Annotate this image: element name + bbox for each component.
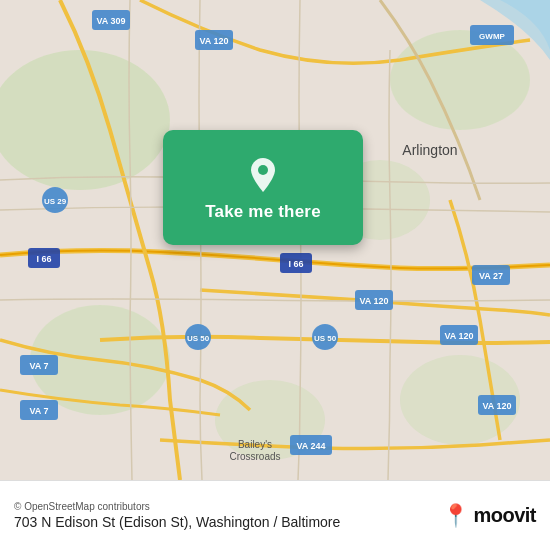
take-me-there-card[interactable]: Take me there <box>163 130 363 245</box>
address-text: 703 N Edison St (Edison St), Washington … <box>14 514 340 530</box>
svg-text:VA 120: VA 120 <box>482 401 511 411</box>
moovit-pin-icon: 📍 <box>442 503 469 529</box>
svg-text:I 66: I 66 <box>288 259 303 269</box>
svg-text:VA 7: VA 7 <box>29 361 48 371</box>
svg-text:VA 120: VA 120 <box>444 331 473 341</box>
svg-text:GWMP: GWMP <box>479 32 505 41</box>
svg-text:VA 244: VA 244 <box>296 441 325 451</box>
svg-point-40 <box>258 165 268 175</box>
svg-text:VA 27: VA 27 <box>479 271 503 281</box>
address-section: © OpenStreetMap contributors 703 N Ediso… <box>14 501 340 530</box>
moovit-wordmark: moovit <box>473 504 536 527</box>
svg-text:VA 7: VA 7 <box>29 406 48 416</box>
svg-text:US 50: US 50 <box>314 334 337 343</box>
attribution-text: © OpenStreetMap contributors <box>14 501 340 512</box>
svg-text:VA 309: VA 309 <box>96 16 125 26</box>
svg-text:I 66: I 66 <box>36 254 51 264</box>
moovit-logo: 📍 moovit <box>442 503 536 529</box>
svg-text:Arlington: Arlington <box>402 142 457 158</box>
svg-text:US 50: US 50 <box>187 334 210 343</box>
take-me-there-label: Take me there <box>205 202 321 222</box>
svg-text:US 29: US 29 <box>44 197 67 206</box>
location-pin-icon <box>242 154 284 196</box>
svg-text:VA 120: VA 120 <box>359 296 388 306</box>
bottom-bar: © OpenStreetMap contributors 703 N Ediso… <box>0 480 550 550</box>
svg-text:Crossroads: Crossroads <box>229 451 280 462</box>
svg-text:Bailey's: Bailey's <box>238 439 272 450</box>
map-view[interactable]: VA 309 VA 120 GWMP US 29 I 66 I 66 VA 12… <box>0 0 550 480</box>
svg-text:VA 120: VA 120 <box>199 36 228 46</box>
